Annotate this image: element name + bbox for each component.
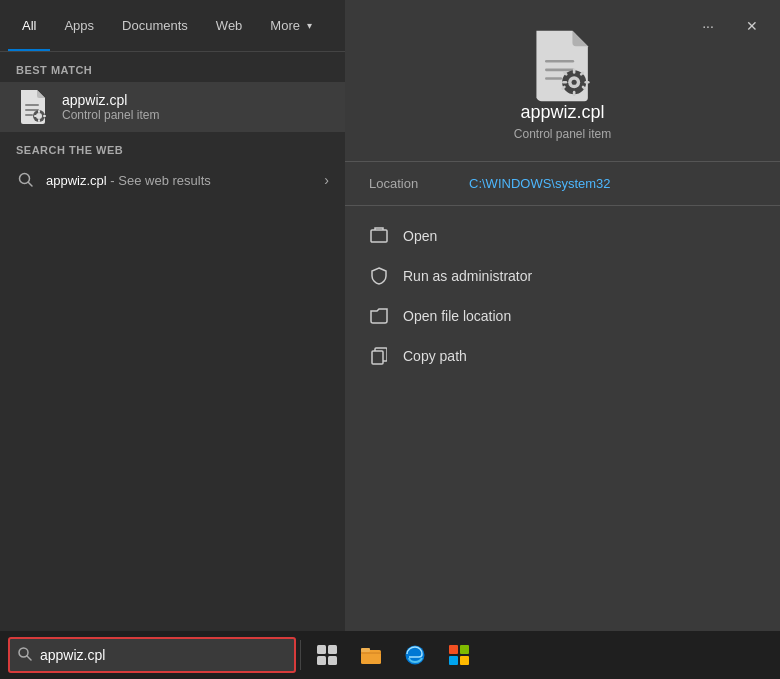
best-match-item[interactable]: appwiz.cpl Control panel item [0, 82, 345, 132]
location-value[interactable]: C:\WINDOWS\system32 [469, 176, 611, 191]
tab-apps[interactable]: Apps [50, 0, 108, 51]
app-icon-large [533, 30, 593, 102]
svg-rect-31 [317, 656, 326, 665]
svg-rect-25 [371, 230, 387, 242]
best-match-info: appwiz.cpl Control panel item [62, 92, 159, 122]
right-panel: appwiz.cpl Control panel item Location C… [345, 0, 780, 640]
web-search-suffix: - See web results [110, 173, 210, 188]
tab-web[interactable]: Web [202, 0, 257, 51]
app-type: Control panel item [514, 127, 611, 141]
svg-rect-37 [460, 645, 469, 654]
taskbar-search-icon [18, 647, 32, 664]
action-open[interactable]: Open [345, 216, 780, 256]
chevron-right-icon: › [324, 172, 329, 188]
app-icon-small [16, 90, 50, 124]
copy-icon [369, 346, 389, 366]
action-run-as-admin[interactable]: Run as administrator [345, 256, 780, 296]
svg-rect-29 [317, 645, 326, 654]
svg-rect-33 [361, 650, 381, 664]
tab-bar: All Apps Documents Web More ▾ [0, 0, 345, 52]
svg-line-10 [29, 183, 33, 187]
action-open-label: Open [403, 228, 437, 244]
action-open-file-location-label: Open file location [403, 308, 511, 324]
search-icon [16, 170, 36, 190]
svg-rect-0 [25, 104, 39, 106]
best-match-type: Control panel item [62, 108, 159, 122]
svg-rect-12 [545, 69, 574, 72]
svg-rect-39 [460, 656, 469, 665]
svg-rect-6 [38, 119, 40, 122]
web-search-item[interactable]: appwiz.cpl - See web results › [16, 164, 329, 196]
svg-rect-19 [584, 81, 589, 84]
taskbar: appwiz.cpl [0, 631, 780, 679]
svg-rect-11 [545, 60, 574, 63]
svg-rect-26 [372, 351, 383, 364]
taskbar-divider [300, 640, 301, 670]
web-search-label: Search the web [16, 144, 329, 156]
svg-rect-7 [43, 115, 46, 117]
tab-all[interactable]: All [8, 0, 50, 51]
svg-rect-2 [25, 114, 33, 116]
svg-rect-30 [328, 645, 337, 654]
action-copy-path[interactable]: Copy path [345, 336, 780, 376]
header-actions: ··· ✕ [688, 0, 780, 52]
action-copy-path-label: Copy path [403, 348, 467, 364]
taskbar-search-value: appwiz.cpl [40, 647, 105, 663]
ellipsis-button[interactable]: ··· [688, 6, 728, 46]
shield-icon [369, 266, 389, 286]
web-search-section: Search the web appwiz.cpl - See web resu… [0, 132, 345, 202]
web-search-text: appwiz.cpl - See web results [46, 173, 211, 188]
action-list: Open Run as administrator Open file loca… [345, 206, 780, 386]
svg-rect-20 [562, 81, 567, 84]
location-label: Location [369, 176, 449, 191]
action-run-as-admin-label: Run as administrator [403, 268, 532, 284]
svg-rect-17 [572, 69, 575, 74]
location-row: Location C:\WINDOWS\system32 [345, 162, 780, 206]
taskbar-file-explorer[interactable] [349, 633, 393, 677]
search-panel: All Apps Documents Web More ▾ Best match [0, 0, 345, 640]
svg-point-16 [571, 80, 576, 85]
svg-rect-18 [572, 91, 575, 96]
best-match-label: Best match [0, 52, 345, 82]
svg-line-28 [27, 656, 31, 660]
taskbar-task-view[interactable] [305, 633, 349, 677]
open-icon [369, 226, 389, 246]
taskbar-search-box[interactable]: appwiz.cpl [8, 637, 296, 673]
svg-rect-8 [34, 115, 37, 117]
action-open-file-location[interactable]: Open file location [345, 296, 780, 336]
chevron-down-icon: ▾ [307, 20, 312, 31]
best-match-name: appwiz.cpl [62, 92, 159, 108]
svg-rect-5 [38, 110, 40, 113]
svg-rect-36 [449, 645, 458, 654]
svg-rect-32 [328, 656, 337, 665]
taskbar-edge[interactable] [393, 633, 437, 677]
close-button[interactable]: ✕ [732, 6, 772, 46]
svg-rect-13 [545, 77, 562, 80]
app-name-large: appwiz.cpl [520, 102, 604, 123]
folder-icon [369, 306, 389, 326]
tab-more[interactable]: More ▾ [256, 0, 326, 51]
taskbar-store[interactable] [437, 633, 481, 677]
svg-rect-38 [449, 656, 458, 665]
tab-documents[interactable]: Documents [108, 0, 202, 51]
svg-rect-34 [361, 648, 370, 652]
